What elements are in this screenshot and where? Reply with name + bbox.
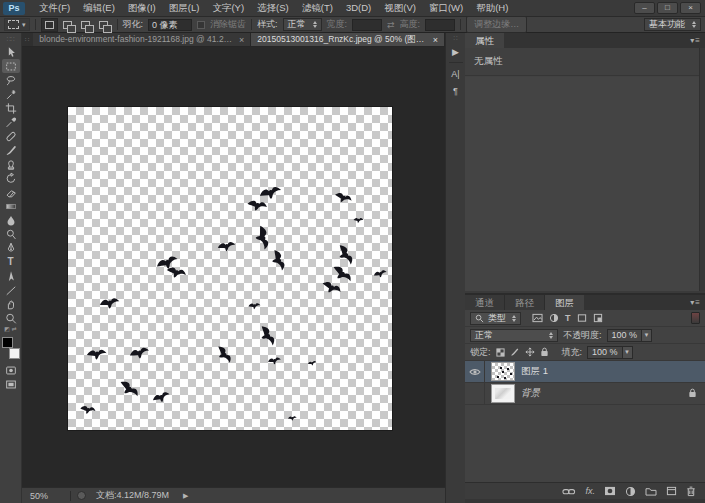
tab-channels[interactable]: 通道 xyxy=(465,295,505,310)
chevron-down-icon[interactable]: ▼ xyxy=(622,347,632,358)
lock-pixels-brush-icon[interactable] xyxy=(510,347,520,357)
panel-menu-icon[interactable]: ▾≡ xyxy=(690,298,701,307)
close-tab-icon[interactable]: × xyxy=(239,35,244,45)
menu-window[interactable]: 窗口(W) xyxy=(429,2,463,15)
lock-transparency-icon[interactable] xyxy=(496,348,505,357)
intersect-selection-button[interactable] xyxy=(95,18,112,32)
tools-grip-dots[interactable]: ∷∷ xyxy=(7,33,15,45)
fill-control[interactable]: 100 % ▼ xyxy=(587,346,633,359)
history-brush-tool[interactable] xyxy=(2,171,20,185)
menu-filter[interactable]: 滤镜(T) xyxy=(302,2,333,15)
spot-healing-brush-tool[interactable] xyxy=(2,129,20,143)
dodge-tool[interactable] xyxy=(2,227,20,241)
visibility-toggle[interactable] xyxy=(465,361,485,382)
hand-tool[interactable] xyxy=(2,297,20,311)
new-layer-icon[interactable] xyxy=(666,486,677,496)
antialias-checkbox[interactable] xyxy=(197,21,205,29)
scrollbar[interactable] xyxy=(699,48,705,291)
blur-tool[interactable] xyxy=(2,213,20,227)
visibility-toggle[interactable] xyxy=(465,383,485,404)
layer-thumbnail[interactable] xyxy=(491,362,515,381)
workspace-switcher[interactable]: 基本功能 xyxy=(644,18,701,31)
new-group-icon[interactable] xyxy=(645,486,657,496)
style-dropdown[interactable]: 正常 xyxy=(283,18,322,31)
shape-layer-filter-icon[interactable] xyxy=(577,313,587,323)
lock-position-icon[interactable] xyxy=(525,347,535,357)
layer-row-layer1[interactable]: 图层 1 xyxy=(465,361,705,383)
menu-select[interactable]: 选择(S) xyxy=(257,2,289,15)
default-colors-icon[interactable]: ◩ ⇄ xyxy=(4,325,16,333)
actions-panel-icon[interactable]: ▶ xyxy=(447,43,465,60)
lock-all-icon[interactable] xyxy=(540,347,549,357)
toolbar-grip-dots[interactable]: ∷ xyxy=(22,33,33,46)
quick-mask-button[interactable] xyxy=(2,363,20,377)
layer-row-background[interactable]: 背景 xyxy=(465,383,705,405)
zoom-level-field[interactable]: 50% xyxy=(30,491,64,501)
crop-tool[interactable] xyxy=(2,101,20,115)
screen-mode-button[interactable] xyxy=(2,377,20,391)
layer-filter-toggle[interactable] xyxy=(691,312,700,324)
eyedropper-tool[interactable] xyxy=(2,115,20,129)
pen-tool[interactable] xyxy=(2,241,20,255)
menu-help[interactable]: 帮助(H) xyxy=(476,2,508,15)
menu-view[interactable]: 视图(V) xyxy=(384,2,416,15)
panel-menu-icon[interactable]: ▾≡ xyxy=(690,36,701,45)
menu-layer[interactable]: 图层(L) xyxy=(169,2,200,15)
filter-type-dropdown[interactable]: 类型 xyxy=(470,312,521,325)
subtract-selection-button[interactable] xyxy=(77,18,94,32)
adjustment-layer-filter-icon[interactable] xyxy=(549,313,559,323)
lasso-tool[interactable] xyxy=(2,73,20,87)
foreground-color-swatch[interactable] xyxy=(2,337,13,348)
brush-tool[interactable] xyxy=(2,143,20,157)
width-input[interactable] xyxy=(352,19,382,31)
background-color-swatch[interactable] xyxy=(9,348,20,359)
maximize-button[interactable]: □ xyxy=(657,2,678,14)
quick-selection-tool[interactable] xyxy=(2,87,20,101)
paragraph-panel-icon[interactable]: ¶ xyxy=(447,82,465,99)
tab-paths[interactable]: 路径 xyxy=(505,295,545,310)
layer-name[interactable]: 图层 1 xyxy=(521,365,548,378)
character-panel-icon[interactable]: A| xyxy=(447,65,465,82)
menu-edit[interactable]: 编辑(E) xyxy=(83,2,115,15)
status-menu-arrow-icon[interactable]: ▶ xyxy=(183,492,188,500)
menu-type[interactable]: 文字(Y) xyxy=(212,2,244,15)
smart-object-filter-icon[interactable] xyxy=(593,313,603,323)
link-layers-icon[interactable] xyxy=(562,487,576,496)
refine-edge-button[interactable]: 调整边缘… xyxy=(466,16,527,33)
menu-file[interactable]: 文件(F) xyxy=(39,2,70,15)
document-canvas[interactable] xyxy=(68,107,392,430)
tab-layers[interactable]: 图层 xyxy=(545,295,584,310)
layer-thumbnail[interactable] xyxy=(491,384,515,403)
add-to-selection-button[interactable] xyxy=(59,18,76,32)
rectangular-marquee-tool[interactable] xyxy=(2,59,20,73)
document-tab-inactive[interactable]: blonde-environment-fashion-1921168.jpg @… xyxy=(33,33,251,46)
gradient-tool[interactable] xyxy=(2,199,20,213)
layer-style-icon[interactable]: fx. xyxy=(585,486,595,496)
swap-dimensions-icon[interactable]: ⇄ xyxy=(387,20,395,30)
zoom-tool[interactable] xyxy=(2,311,20,325)
eraser-tool[interactable] xyxy=(2,185,20,199)
pixel-layer-filter-icon[interactable] xyxy=(532,313,543,323)
add-mask-icon[interactable] xyxy=(604,486,616,496)
close-tab-icon[interactable]: × xyxy=(433,35,438,45)
type-layer-filter-icon[interactable]: T xyxy=(565,314,571,323)
dock-grip-dots[interactable]: ∷ xyxy=(454,33,458,43)
new-selection-button[interactable] xyxy=(41,18,58,32)
line-tool[interactable] xyxy=(2,283,20,297)
horizontal-type-tool[interactable]: T xyxy=(2,255,20,269)
adjustment-layer-icon[interactable] xyxy=(625,486,636,497)
tool-preset-picker[interactable]: ▾ xyxy=(4,18,30,31)
chevron-down-icon[interactable]: ▼ xyxy=(641,330,651,341)
height-input[interactable] xyxy=(425,19,455,31)
path-selection-tool[interactable] xyxy=(2,269,20,283)
clone-stamp-tool[interactable] xyxy=(2,157,20,171)
tab-properties[interactable]: 属性 xyxy=(465,33,504,48)
minimize-button[interactable]: – xyxy=(634,2,655,14)
menu-image[interactable]: 图像(I) xyxy=(128,2,156,15)
move-tool[interactable] xyxy=(2,45,20,59)
document-tab-active[interactable]: 20150513001316_RnzKc.jpeg @ 50% (图层 1, R… xyxy=(251,33,445,46)
menu-3d[interactable]: 3D(D) xyxy=(346,2,371,15)
layer-name[interactable]: 背景 xyxy=(521,387,540,400)
feather-input[interactable]: 0 像素 xyxy=(148,19,192,31)
delete-layer-icon[interactable] xyxy=(686,486,696,497)
